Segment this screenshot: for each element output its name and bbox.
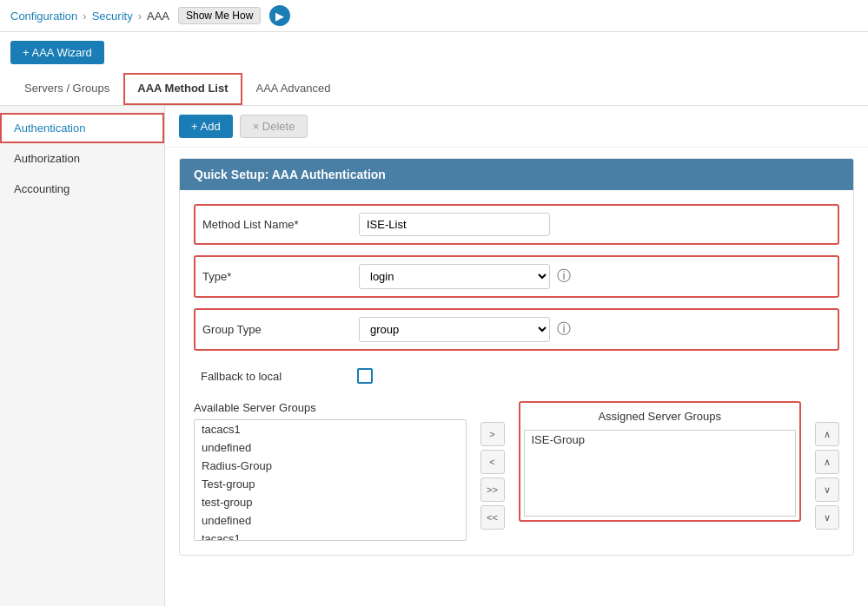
available-server-groups-box: Available Server Groups tacacs1 undefine… — [194, 401, 467, 541]
assigned-groups-label: Assigned Server Groups — [524, 406, 797, 426]
move-left-button[interactable]: < — [480, 450, 505, 474]
breadcrumb-security[interactable]: Security — [92, 10, 133, 23]
list-item[interactable]: undefined — [195, 438, 466, 457]
move-all-left-button[interactable]: << — [480, 505, 505, 530]
type-label: Type* — [202, 270, 359, 283]
sidebar-item-accounting[interactable]: Accounting — [0, 174, 164, 204]
move-right-button[interactable]: > — [480, 422, 505, 446]
breadcrumb-sep2: › — [138, 10, 142, 23]
group-type-info-icon[interactable]: ⓘ — [557, 320, 571, 339]
available-groups-label: Available Server Groups — [194, 401, 467, 414]
type-select[interactable]: login enable dot1x ppp — [359, 264, 550, 289]
reorder-buttons: ∧ ∧ ∨ ∨ — [815, 401, 839, 530]
list-item[interactable]: Test-group — [195, 475, 466, 493]
group-type-select[interactable]: group local none radius — [359, 317, 550, 342]
quick-setup-panel: Quick Setup: AAA Authentication Method L… — [179, 158, 854, 556]
method-list-name-row: Method List Name* — [194, 204, 839, 245]
assigned-groups-list[interactable]: ISE-Group — [524, 430, 797, 517]
move-up-button[interactable]: ∧ — [815, 450, 839, 474]
help-circle-button[interactable]: ▶ — [269, 5, 290, 26]
list-item[interactable]: Radius-Group — [195, 457, 466, 475]
fallback-checkbox[interactable] — [357, 368, 373, 384]
action-bar: + Add × Delete — [165, 106, 868, 148]
list-item[interactable]: tacacs1 — [195, 420, 466, 438]
move-up-top-button[interactable]: ∧ — [815, 422, 839, 446]
show-me-how-button[interactable]: Show Me How — [178, 7, 261, 24]
move-down-button[interactable]: ∨ — [815, 478, 839, 502]
available-groups-list[interactable]: tacacs1 undefined Radius-Group Test-grou… — [194, 419, 467, 541]
aaa-wizard-button[interactable]: + AAA Wizard — [10, 41, 104, 64]
sidebar-item-authorization[interactable]: Authorization — [0, 143, 164, 174]
quick-setup-body: Method List Name* Type* login enable dot… — [180, 190, 853, 555]
tab-servers-groups[interactable]: Servers / Groups — [10, 73, 123, 105]
assigned-server-groups-box: Assigned Server Groups ISE-Group — [519, 401, 802, 522]
breadcrumb-config[interactable]: Configuration — [10, 10, 77, 23]
tab-aaa-method-list[interactable]: AAA Method List — [123, 73, 242, 105]
tab-aaa-advanced[interactable]: AAA Advanced — [242, 73, 345, 105]
add-button[interactable]: + Add — [179, 115, 233, 138]
main-layout: Authentication Authorization Accounting … — [0, 106, 868, 606]
quick-setup-title: Quick Setup: AAA Authentication — [180, 159, 853, 190]
sidebar: Authentication Authorization Accounting — [0, 106, 165, 606]
fallback-row: Fallback to local — [194, 361, 839, 391]
fallback-label: Fallback to local — [201, 370, 357, 383]
delete-button[interactable]: × Delete — [240, 115, 308, 138]
group-type-row: Group Type group local none radius ⓘ — [194, 308, 839, 351]
type-info-icon[interactable]: ⓘ — [557, 267, 571, 286]
move-down-bottom-button[interactable]: ∨ — [815, 505, 839, 530]
list-item[interactable]: ISE-Group — [525, 431, 796, 449]
transfer-buttons: > < >> << — [480, 401, 505, 530]
toolbar: + AAA Wizard — [0, 32, 868, 73]
group-type-label: Group Type — [202, 323, 359, 336]
content-area: + Add × Delete Quick Setup: AAA Authenti… — [165, 106, 868, 606]
move-all-right-button[interactable]: >> — [480, 478, 505, 502]
list-item[interactable]: tacacs1 — [195, 530, 466, 541]
list-item[interactable]: test-group — [195, 493, 466, 511]
breadcrumb-sep1: › — [83, 10, 86, 23]
method-list-name-label: Method List Name* — [202, 218, 359, 231]
list-item[interactable]: undefined — [195, 511, 466, 530]
method-list-name-input[interactable] — [359, 213, 550, 236]
sidebar-item-authentication[interactable]: Authentication — [0, 113, 164, 143]
server-groups-section: Available Server Groups tacacs1 undefine… — [194, 401, 839, 541]
tab-bar: Servers / Groups AAA Method List AAA Adv… — [0, 73, 868, 106]
type-row: Type* login enable dot1x ppp ⓘ — [194, 255, 839, 298]
breadcrumb-aaa: AAA — [147, 10, 169, 23]
breadcrumb: Configuration › Security › AAA Show Me H… — [0, 0, 868, 32]
